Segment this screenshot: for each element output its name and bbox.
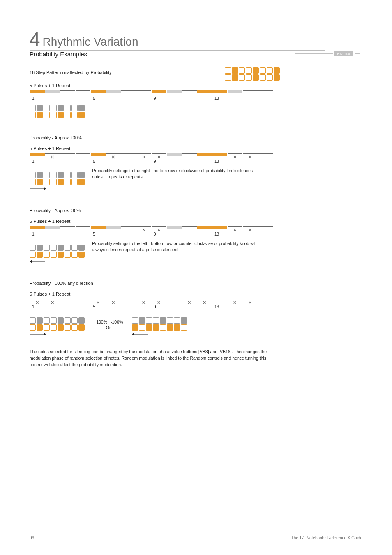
num-5: 5 bbox=[90, 232, 106, 236]
example-3: Probability - Approx -30% 5 Pulses + 1 R… bbox=[30, 208, 280, 264]
glyph-grid-1b bbox=[30, 105, 280, 118]
ex3-caption-top: Probability - Approx -30% bbox=[30, 208, 280, 213]
ex3-step-row: ✕ ✕ ✕ ✕ bbox=[30, 226, 273, 232]
num-9: 9 bbox=[151, 232, 166, 236]
ex4-step-row: ✕ ✕ ✕ ✕ ✕ ✕ ✕ ✕ ✕ ✕ bbox=[30, 299, 273, 305]
ex3-nums: 1 5 9 13 bbox=[30, 232, 273, 236]
ex2-caption-sub: 5 Pulses + 1 Repeat bbox=[30, 146, 280, 151]
ex4-nums: 1 5 9 13 bbox=[30, 305, 273, 309]
svg-marker-3 bbox=[30, 260, 32, 263]
arrow-left-icon bbox=[132, 332, 148, 336]
example-2: Probability - Approx +30% 5 Pulses + 1 R… bbox=[30, 135, 280, 191]
arrow-right-icon bbox=[30, 187, 46, 191]
num-9: 9 bbox=[151, 305, 166, 309]
chapter-number: 4 bbox=[30, 30, 40, 49]
ex1-caption-top: 16 Step Pattern unaffected by Probabilit… bbox=[30, 70, 112, 75]
glyph-grid-1a bbox=[225, 67, 280, 81]
content-area: Probability Examples 16 Step Pattern una… bbox=[30, 51, 362, 384]
num-13: 13 bbox=[212, 232, 227, 236]
svg-marker-1 bbox=[44, 187, 46, 190]
num-5: 5 bbox=[90, 159, 106, 164]
num-1: 1 bbox=[30, 159, 45, 164]
num-5: 5 bbox=[90, 305, 106, 309]
label-plus100: +100% bbox=[94, 319, 107, 324]
num-1: 1 bbox=[30, 232, 45, 236]
ex3-caption-sub: 5 Pulses + 1 Repeat bbox=[30, 219, 280, 224]
svg-marker-5 bbox=[44, 333, 46, 336]
book-title: The T-1 Notebook : Reference & Guide bbox=[291, 536, 362, 540]
glyph-grid-3 bbox=[30, 245, 85, 258]
notes-bar: NOTES bbox=[293, 51, 362, 56]
ex1-step-row bbox=[30, 90, 273, 96]
num-13: 13 bbox=[212, 305, 227, 309]
subtitle: Probability Examples bbox=[30, 51, 280, 58]
glyph-grid-4b bbox=[132, 317, 187, 331]
ex1-nums: 1 5 9 13 bbox=[30, 96, 273, 101]
example-1: 16 Step Pattern unaffected by Probabilit… bbox=[30, 70, 280, 118]
ex2-nums: 1 5 9 13 bbox=[30, 159, 273, 164]
arrow-right-icon bbox=[30, 332, 46, 336]
ex1-caption-sub: 5 Pulses + 1 Repeat bbox=[30, 83, 280, 88]
num-1: 1 bbox=[30, 96, 45, 101]
num-5: 5 bbox=[90, 96, 106, 101]
page-number: 96 bbox=[30, 536, 34, 540]
num-9: 9 bbox=[151, 96, 166, 101]
glyph-grid-4a bbox=[30, 317, 85, 331]
num-9: 9 bbox=[151, 159, 166, 164]
ex4-caption-sub: 5 Pulses + 1 Repeat bbox=[30, 291, 280, 296]
chapter-header: 4 Rhythmic Variation bbox=[30, 30, 325, 51]
body-text: The notes selected for silencing can be … bbox=[30, 349, 276, 368]
main-column: Probability Examples 16 Step Pattern una… bbox=[30, 51, 284, 384]
label-or: Or bbox=[106, 325, 111, 330]
glyph-grid-2 bbox=[30, 172, 85, 185]
svg-marker-7 bbox=[132, 333, 134, 336]
chapter-title: Rhythmic Variation bbox=[40, 35, 138, 49]
notes-label: NOTES bbox=[334, 51, 353, 56]
num-1: 1 bbox=[30, 305, 45, 309]
arrow-left-icon bbox=[30, 259, 46, 264]
page-footer: 96 The T-1 Notebook : Reference & Guide bbox=[30, 536, 362, 540]
ex3-side-text: Probability settings to the left - botto… bbox=[92, 240, 256, 252]
num-13: 13 bbox=[212, 159, 227, 164]
side-column: NOTES bbox=[284, 51, 354, 384]
page: 4 Rhythmic Variation Probability Example… bbox=[0, 0, 392, 555]
ex2-step-row: ✕ ✕ ✕ ✕ ✕ ✕ bbox=[30, 153, 273, 159]
ex4-caption-top: Probability - 100% any direction bbox=[30, 281, 280, 286]
example-4: Probability - 100% any direction 5 Pulse… bbox=[30, 281, 280, 336]
ex2-side-text: Probability settings to the right - bott… bbox=[92, 168, 256, 180]
num-13: 13 bbox=[212, 96, 227, 101]
ex2-caption-top: Probability - Approx +30% bbox=[30, 135, 280, 140]
label-minus100: -100% bbox=[111, 319, 123, 324]
